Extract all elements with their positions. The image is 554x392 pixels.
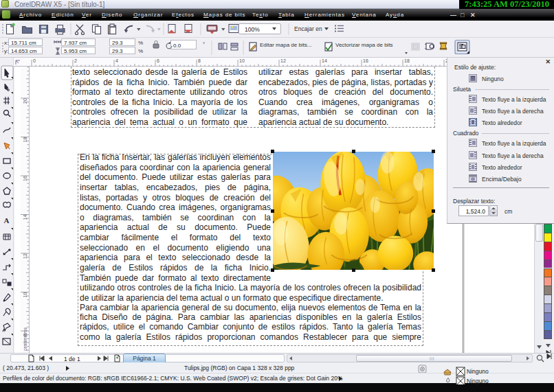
svg-text:10: 10 (23, 292, 27, 298)
svg-text:14: 14 (23, 215, 27, 220)
svg-text:12: 12 (23, 253, 27, 259)
svg-text:A: A (4, 216, 10, 224)
svg-text:16: 16 (23, 176, 27, 181)
svg-text:20: 20 (23, 98, 27, 104)
svg-text:18: 18 (23, 137, 27, 143)
svg-text:centímetros: centímetros (23, 327, 27, 351)
